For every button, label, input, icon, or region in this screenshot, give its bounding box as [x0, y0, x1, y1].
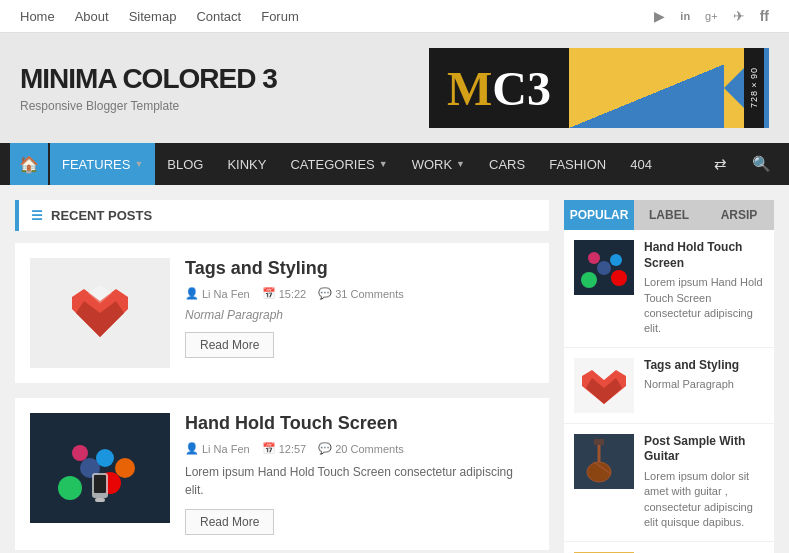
nav-categories[interactable]: CATEGORIES ▼: [278, 143, 399, 185]
features-arrow: ▼: [134, 159, 143, 169]
site-title-area: MINIMA COLORED 3 Responsive Blogger Temp…: [20, 63, 429, 113]
site-title: MINIMA COLORED 3: [20, 63, 429, 95]
content-wrapper: ☰ Recent Posts Tags and Styling 👤 Li Na …: [0, 185, 789, 553]
read-more-2[interactable]: Read More: [185, 509, 274, 535]
right-column: Popular Label Arsip Hand H: [564, 200, 774, 553]
post-comments-1: 💬 31 Comments: [318, 287, 403, 300]
nav-about[interactable]: About: [75, 0, 109, 33]
nav-right-icons: ⇄ 🔍: [702, 143, 779, 185]
tab-popular[interactable]: Popular: [564, 200, 634, 230]
left-column: ☰ Recent Posts Tags and Styling 👤 Li Na …: [15, 200, 549, 553]
sidebar-list: Hand Hold Touch Screen Lorem ipsum Hand …: [564, 230, 774, 553]
list-icon: ☰: [31, 208, 43, 223]
post-card-2: Hand Hold Touch Screen 👤 Li Na Fen 📅 12:…: [15, 398, 549, 550]
tab-label[interactable]: Label: [634, 200, 704, 230]
svg-rect-24: [594, 439, 604, 445]
recent-posts-label: Recent Posts: [51, 208, 152, 223]
mc3-c3: C3: [492, 61, 551, 116]
post-paragraph-1: Normal Paragraph: [185, 308, 534, 322]
svg-point-3: [58, 476, 82, 500]
read-more-1[interactable]: Read More: [185, 332, 274, 358]
sidebar-thumb-1: [574, 240, 634, 295]
sidebar-thumb-3: [574, 434, 634, 489]
top-nav-links: Home About Sitemap Contact Forum: [20, 0, 299, 33]
svg-rect-11: [95, 498, 105, 502]
heart-image: [60, 273, 140, 353]
sidebar-item-title-1[interactable]: Hand Hold Touch Screen: [644, 240, 764, 271]
mc3-m: M: [447, 61, 492, 116]
banner-label: 728×90: [749, 67, 759, 108]
post-content-2: Hand Hold Touch Screen 👤 Li Na Fen 📅 12:…: [185, 413, 534, 535]
tab-arsip[interactable]: Arsip: [704, 200, 774, 230]
nav-contact[interactable]: Contact: [196, 0, 241, 33]
svg-point-15: [611, 270, 627, 286]
twitter-icon[interactable]: [733, 8, 745, 24]
post-meta-2: 👤 Li Na Fen 📅 12:57 💬 20 Comments: [185, 442, 534, 455]
nav-404[interactable]: 404: [618, 143, 664, 185]
svg-point-8: [115, 458, 135, 478]
svg-point-13: [581, 272, 597, 288]
nav-forum[interactable]: Forum: [261, 0, 299, 33]
nav-work[interactable]: WORK ▼: [400, 143, 477, 185]
sidebar-item-2: Tags and Styling Normal Paragraph: [564, 348, 774, 424]
work-arrow: ▼: [456, 159, 465, 169]
sidebar-item-excerpt-3: Lorem ipsum dolor sit amet with guitar ,…: [644, 469, 764, 531]
sidebar-thumb-heart: [574, 358, 634, 413]
post-author-2: 👤 Li Na Fen: [185, 442, 250, 455]
top-navigation: Home About Sitemap Contact Forum in g+ f: [0, 0, 789, 33]
post-title-1[interactable]: Tags and Styling: [185, 258, 534, 279]
sidebar-item-title-2[interactable]: Tags and Styling: [644, 358, 764, 374]
nav-kinky[interactable]: KINKY: [215, 143, 278, 185]
recent-posts-header: ☰ Recent Posts: [15, 200, 549, 231]
svg-point-16: [610, 254, 622, 266]
post-thumb-1: [30, 258, 170, 368]
sidebar-item-3: Post Sample With Guitar Lorem ipsum dolo…: [564, 424, 774, 542]
post-meta-1: 👤 Li Na Fen 📅 15:22 💬 31 Comments: [185, 287, 534, 300]
post-thumb-2: [30, 413, 170, 523]
nav-sitemap[interactable]: Sitemap: [129, 0, 177, 33]
mc3-logo: M C3: [429, 48, 569, 128]
nav-home[interactable]: Home: [20, 0, 55, 33]
post-time-1: 📅 15:22: [262, 287, 307, 300]
sidebar-item-content-2: Tags and Styling Normal Paragraph: [644, 358, 764, 413]
nav-fashion[interactable]: FASHION: [537, 143, 618, 185]
site-subtitle: Responsive Blogger Template: [20, 99, 429, 113]
post-title-2[interactable]: Hand Hold Touch Screen: [185, 413, 534, 434]
sidebar-item-1: Hand Hold Touch Screen Lorem ipsum Hand …: [564, 230, 774, 348]
sidebar-item-title-3[interactable]: Post Sample With Guitar: [644, 434, 764, 465]
social-icons: in g+ f: [654, 8, 769, 24]
sidebar-thumb-2: [574, 358, 634, 413]
sidebar-item-content-3: Post Sample With Guitar Lorem ipsum dolo…: [644, 434, 764, 531]
facebook-icon[interactable]: f: [760, 8, 769, 24]
post-author-1: 👤 Li Na Fen: [185, 287, 250, 300]
post-comments-2: 💬 20 Comments: [318, 442, 403, 455]
home-button[interactable]: 🏠: [10, 143, 48, 185]
svg-rect-10: [94, 475, 106, 493]
nav-features[interactable]: FEATURES ▼: [50, 143, 155, 185]
sidebar-item-excerpt-1: Lorem ipsum Hand Hold Touch Screen conse…: [644, 275, 764, 337]
shuffle-icon[interactable]: ⇄: [702, 143, 738, 185]
header-banner: M C3 728×90: [429, 48, 769, 128]
search-icon[interactable]: 🔍: [743, 143, 779, 185]
nav-blog[interactable]: BLOG: [155, 143, 215, 185]
svg-point-7: [72, 445, 88, 461]
svg-point-14: [597, 261, 611, 275]
sidebar-tabs: Popular Label Arsip: [564, 200, 774, 230]
nav-cars[interactable]: CARS: [477, 143, 537, 185]
sidebar-item-excerpt-2: Normal Paragraph: [644, 377, 764, 392]
post-excerpt-2: Lorem ipsum Hand Hold Touch Screen conse…: [185, 463, 534, 499]
sidebar-thumb-guitar: [574, 434, 634, 489]
banner-right: 728×90: [569, 48, 769, 128]
svg-point-6: [96, 449, 114, 467]
youtube-icon[interactable]: [654, 8, 665, 24]
linkedin-icon[interactable]: in: [680, 10, 690, 22]
phone-image: [50, 428, 150, 508]
sidebar-thumb-colorful: [574, 240, 634, 295]
sidebar-item-content-1: Hand Hold Touch Screen Lorem ipsum Hand …: [644, 240, 764, 337]
post-content-1: Tags and Styling 👤 Li Na Fen 📅 15:22 💬 3…: [185, 258, 534, 368]
site-header: MINIMA COLORED 3 Responsive Blogger Temp…: [0, 33, 789, 143]
main-navigation: 🏠 FEATURES ▼ BLOG KINKY CATEGORIES ▼ WOR…: [0, 143, 789, 185]
googleplus-icon[interactable]: g+: [705, 10, 718, 22]
categories-arrow: ▼: [379, 159, 388, 169]
sidebar-item-4: 10 Manfaat Buah Pepaya untuk Kesehatan N…: [564, 542, 774, 554]
